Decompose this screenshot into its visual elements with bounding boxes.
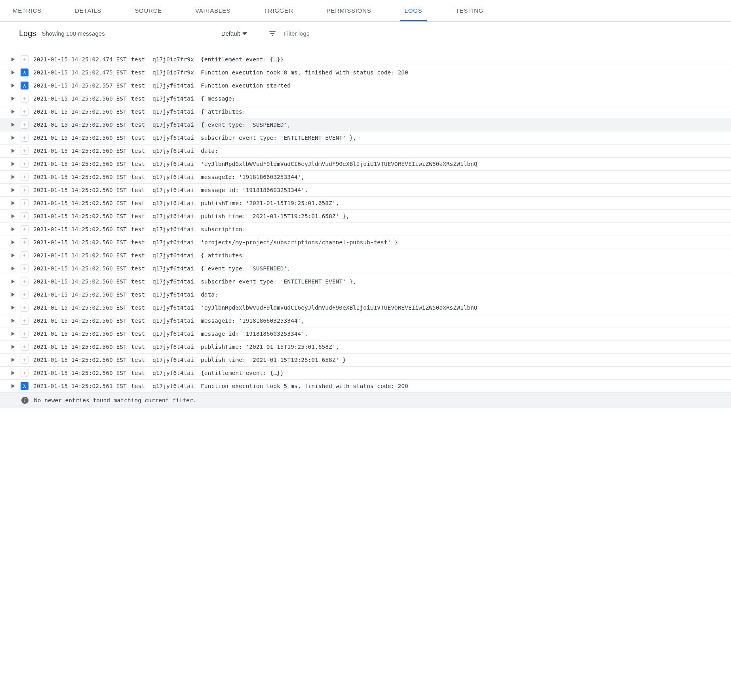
log-row[interactable]: 2021-01-15 14:25:02.560 ESTtestq17jyf6t4… [0, 301, 731, 314]
log-row[interactable]: 2021-01-15 14:25:02.474 ESTtestq17j0ip7f… [0, 53, 731, 66]
expand-caret-icon[interactable] [11, 213, 16, 219]
expand-caret-icon[interactable] [11, 357, 16, 363]
expand-caret-icon[interactable] [11, 200, 16, 206]
log-row[interactable]: 2021-01-15 14:25:02.560 ESTtestq17jyf6t4… [0, 340, 731, 354]
log-timestamp: 2021-01-15 14:25:02.560 EST [33, 318, 126, 324]
log-row[interactable]: 2021-01-15 14:25:02.560 ESTtestq17jyf6t4… [0, 249, 731, 262]
log-execution-id: q17jyf6t4tai [152, 135, 196, 141]
log-row[interactable]: 2021-01-15 14:25:02.560 ESTtestq17jyf6t4… [0, 197, 731, 210]
tab-testing[interactable]: TESTING [451, 0, 488, 21]
tab-bar: METRICSDETAILSSOURCEVARIABLESTRIGGERPERM… [0, 0, 731, 22]
expand-caret-icon[interactable] [11, 95, 16, 102]
filter-wrap [268, 30, 363, 38]
expand-caret-icon[interactable] [11, 344, 16, 350]
severity-default-icon [21, 173, 29, 181]
log-function-name: test [131, 187, 148, 193]
log-row[interactable]: 2021-01-15 14:25:02.560 ESTtestq17jyf6t4… [0, 354, 731, 367]
expand-caret-icon[interactable] [11, 161, 16, 167]
expand-caret-icon[interactable] [11, 370, 16, 376]
log-function-name: test [131, 265, 148, 272]
tab-permissions[interactable]: PERMISSIONS [322, 0, 376, 21]
severity-default-icon [21, 369, 29, 377]
log-function-name: test [131, 148, 148, 154]
expand-caret-icon[interactable] [11, 135, 16, 141]
log-row[interactable]: λ2021-01-15 14:25:02.557 ESTtestq17jyf6t… [0, 79, 731, 92]
expand-caret-icon[interactable] [11, 291, 16, 298]
log-function-name: test [131, 344, 148, 350]
log-row[interactable]: 2021-01-15 14:25:02.560 ESTtestq17jyf6t4… [0, 210, 731, 223]
log-row[interactable]: 2021-01-15 14:25:02.560 ESTtestq17jyf6t4… [0, 275, 731, 288]
log-function-name: test [131, 108, 148, 115]
log-function-name: test [131, 383, 148, 389]
log-message: {entitlement_event: {…}} [201, 370, 727, 376]
log-timestamp: 2021-01-15 14:25:02.560 EST [33, 252, 126, 259]
log-row[interactable]: 2021-01-15 14:25:02.560 ESTtestq17jyf6t4… [0, 223, 731, 236]
expand-caret-icon[interactable] [11, 174, 16, 180]
expand-caret-icon[interactable] [11, 304, 16, 311]
log-row[interactable]: 2021-01-15 14:25:02.560 ESTtestq17jyf6t4… [0, 118, 731, 131]
tab-trigger[interactable]: TRIGGER [259, 0, 298, 21]
log-row[interactable]: 2021-01-15 14:25:02.560 ESTtestq17jyf6t4… [0, 236, 731, 249]
tab-details[interactable]: DETAILS [70, 0, 106, 21]
expand-caret-icon[interactable] [11, 226, 16, 232]
expand-caret-icon[interactable] [11, 331, 16, 337]
severity-default-icon [21, 343, 29, 351]
log-function-name: test [131, 239, 148, 245]
log-timestamp: 2021-01-15 14:25:02.474 EST [33, 56, 126, 63]
expand-caret-icon[interactable] [11, 318, 16, 324]
expand-caret-icon[interactable] [11, 108, 16, 115]
expand-caret-icon[interactable] [11, 56, 16, 63]
log-timestamp: 2021-01-15 14:25:02.560 EST [33, 200, 126, 206]
log-execution-id: q17jyf6t4tai [152, 291, 196, 298]
log-row[interactable]: 2021-01-15 14:25:02.560 ESTtestq17jyf6t4… [0, 145, 731, 158]
log-row[interactable]: 2021-01-15 14:25:02.560 ESTtestq17jyf6t4… [0, 158, 731, 171]
log-execution-id: q17jyf6t4tai [152, 161, 196, 167]
log-row[interactable]: 2021-01-15 14:25:02.560 ESTtestq17jyf6t4… [0, 262, 731, 275]
tab-logs[interactable]: LOGS [400, 0, 427, 21]
log-row[interactable]: 2021-01-15 14:25:02.560 ESTtestq17jyf6t4… [0, 92, 731, 105]
expand-caret-icon[interactable] [11, 82, 16, 89]
log-row[interactable]: 2021-01-15 14:25:02.560 ESTtestq17jyf6t4… [0, 184, 731, 197]
severity-debug-icon: λ [21, 82, 29, 89]
expand-caret-icon[interactable] [11, 383, 16, 389]
log-row[interactable]: λ2021-01-15 14:25:02.561 ESTtestq17jyf6t… [0, 380, 731, 393]
log-execution-id: q17jyf6t4tai [152, 304, 196, 311]
tab-variables[interactable]: VARIABLES [190, 0, 235, 21]
log-execution-id: q17jyf6t4tai [152, 252, 196, 259]
log-row[interactable]: 2021-01-15 14:25:02.560 ESTtestq17jyf6t4… [0, 327, 731, 340]
log-row[interactable]: 2021-01-15 14:25:02.560 ESTtestq17jyf6t4… [0, 314, 731, 327]
log-message: 'eyJlbnRpdGxlbWVudF9ldmVudCI6eyJldmVudF9… [201, 304, 727, 311]
log-row[interactable]: 2021-01-15 14:25:02.560 ESTtestq17jyf6t4… [0, 131, 731, 145]
severity-default-icon [21, 317, 29, 325]
expand-caret-icon[interactable] [11, 239, 16, 245]
log-execution-id: q17jyf6t4tai [152, 278, 196, 285]
expand-caret-icon[interactable] [11, 187, 16, 193]
log-row[interactable]: λ2021-01-15 14:25:02.475 ESTtestq17j0ip7… [0, 66, 731, 79]
log-row[interactable]: 2021-01-15 14:25:02.560 ESTtestq17jyf6t4… [0, 105, 731, 118]
log-row[interactable]: 2021-01-15 14:25:02.560 ESTtestq17jyf6t4… [0, 171, 731, 184]
filter-input[interactable] [284, 30, 363, 37]
footer-message-row: i No newer entries found matching curren… [0, 393, 731, 408]
log-message: Function execution took 8 ms, finished w… [201, 69, 727, 76]
log-timestamp: 2021-01-15 14:25:02.560 EST [33, 331, 126, 337]
log-execution-id: q17jyf6t4tai [152, 122, 196, 128]
log-execution-id: q17jyf6t4tai [152, 200, 196, 206]
log-function-name: test [131, 200, 148, 206]
log-timestamp: 2021-01-15 14:25:02.560 EST [33, 304, 126, 311]
log-row[interactable]: 2021-01-15 14:25:02.560 ESTtestq17jyf6t4… [0, 288, 731, 301]
log-execution-id: q17jyf6t4tai [152, 383, 196, 389]
expand-caret-icon[interactable] [11, 122, 16, 128]
log-row[interactable]: 2021-01-15 14:25:02.560 ESTtestq17jyf6t4… [0, 367, 731, 380]
tab-metrics[interactable]: METRICS [8, 0, 46, 21]
severity-default-icon [21, 55, 29, 63]
expand-caret-icon[interactable] [11, 278, 16, 285]
severity-default-icon [21, 238, 29, 246]
severity-default-icon [21, 95, 29, 103]
tab-source[interactable]: SOURCE [130, 0, 167, 21]
severity-dropdown[interactable]: Default [221, 30, 247, 37]
severity-default-icon [21, 278, 29, 285]
expand-caret-icon[interactable] [11, 265, 16, 272]
expand-caret-icon[interactable] [11, 252, 16, 259]
expand-caret-icon[interactable] [11, 69, 16, 76]
expand-caret-icon[interactable] [11, 148, 16, 154]
